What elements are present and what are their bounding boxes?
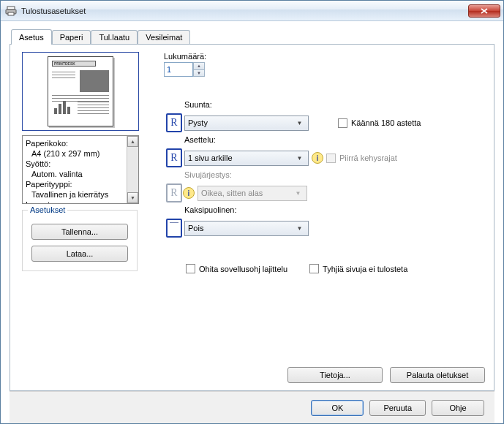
copies-label: Lukumäärä: [164,52,485,61]
close-button[interactable] [468,4,500,18]
orientation-label: Suunta: [184,100,309,109]
copies-down-icon[interactable]: ▼ [193,69,205,77]
paper-info-box: Paperikoko: A4 (210 x 297 mm) Syöttö: Au… [22,135,139,204]
pageorder-value: Oikea, sitten alas [201,189,293,197]
info-papersize-label: Paperikoko: [26,138,138,148]
tab-strip: Asetus Paperi Tul.laatu Vesileimat [11,29,494,44]
load-settings-button[interactable]: Lataa... [31,246,128,262]
save-settings-button[interactable]: Tallenna... [31,224,128,240]
client-area: Asetus Paperi Tul.laatu Vesileimat PRINT… [1,21,503,423]
info-source-label: Syöttö: [26,159,138,169]
skip-blank-pages-label: Tyhjiä sivuja ei tulosteta [323,265,407,273]
help-bubble-icon[interactable]: i [183,187,195,199]
skip-blank-pages-checkbox[interactable]: Tyhjiä sivuja ei tulosteta [309,264,407,273]
info-papersize-value: A4 (210 x 297 mm) [26,148,138,159]
preview-brand: PRINTDESK [52,61,96,67]
duplex-combo[interactable]: Pois ▼ [184,221,309,236]
help-button[interactable]: Ohje [432,400,484,416]
page-preview: PRINTDESK [22,52,139,131]
pageorder-combo: Oikea, sitten alas ▼ [198,186,307,201]
layout-icon: R [166,148,182,167]
titlebar[interactable]: Tulostusasetukset [1,1,503,21]
info-scrollbar[interactable]: ▲ ▼ [127,136,138,203]
skip-app-sort-label: Ohita sovellusohj lajittelu [199,265,287,273]
panel-button-row: Tietoja... Palauta oletukset [287,367,485,383]
draw-frames-checkbox: Piirrä kehysrajat [326,154,397,163]
duplex-value: Pois [188,224,294,232]
duplex-label: Kaksipuolinen: [184,205,309,214]
tab-quality[interactable]: Tul.laatu [91,30,138,45]
info-type-value: Tavallinen ja kierrätys [26,189,138,200]
svg-rect-0 [7,7,15,10]
chevron-down-icon: ▼ [294,120,305,126]
layout-combo[interactable]: 1 sivu arkille ▼ [184,151,309,166]
svg-rect-2 [8,12,14,15]
info-source-value: Autom. valinta [26,169,138,179]
right-area: Lukumäärä: ▲ ▼ Suunta: R Pysty [164,52,485,276]
copies-up-icon[interactable]: ▲ [193,62,205,69]
footer-buttons: OK Peruuta Ohje [10,391,494,423]
rotate-180-label: Käännä 180 astetta [351,118,421,127]
restore-defaults-button[interactable]: Palauta oletukset [390,367,485,383]
left-column: PRINTDESK [22,52,154,271]
paper-info-text: Paperikoko: A4 (210 x 297 mm) Syöttö: Au… [23,136,138,204]
chevron-down-icon: ▼ [294,155,305,162]
orientation-value: Pysty [188,118,294,127]
printer-icon [5,5,17,17]
skip-app-sort-checkbox[interactable]: Ohita sovellusohj lajittelu [186,264,287,273]
orientation-combo[interactable]: Pysty ▼ [184,116,309,131]
tab-watermarks[interactable]: Vesileimat [138,30,190,45]
info-output-label: Luovutus: [26,200,138,204]
pageorder-label: Sivujärjestys: [184,170,309,179]
layout-label: Asettelu: [184,135,309,144]
preview-document-icon: PRINTDESK [48,56,113,126]
window-title: Tulostusasetukset [21,7,468,15]
info-type-label: Paperityyppi: [26,179,138,189]
ok-button[interactable]: OK [311,400,364,416]
settings-legend: Asetukset [28,205,67,214]
about-button[interactable]: Tietoja... [287,367,383,383]
orientation-portrait-icon: R [166,113,182,132]
pageorder-icon: R [166,183,182,202]
tab-setup[interactable]: Asetus [11,29,52,45]
duplex-icon [166,219,182,238]
chevron-down-icon: ▼ [293,190,304,197]
scroll-up-icon[interactable]: ▲ [127,136,138,147]
cancel-button[interactable]: Peruuta [369,400,426,416]
copies-input[interactable] [164,62,193,77]
help-bubble-icon[interactable]: i [312,152,323,164]
layout-value: 1 sivu arkille [188,154,294,162]
scroll-down-icon[interactable]: ▼ [127,192,138,203]
copies-spinner: ▲ ▼ [164,62,485,77]
tab-paper[interactable]: Paperi [52,30,91,45]
chevron-down-icon: ▼ [294,225,305,232]
tab-panel-setup: PRINTDESK [10,44,494,391]
print-settings-window: Tulostusasetukset Asetus Paperi Tul.laat… [0,0,504,424]
settings-group: Asetukset Tallenna... Lataa... [22,210,138,271]
draw-frames-label: Piirrä kehysrajat [339,154,397,162]
rotate-180-checkbox[interactable]: Käännä 180 astetta [338,118,421,128]
